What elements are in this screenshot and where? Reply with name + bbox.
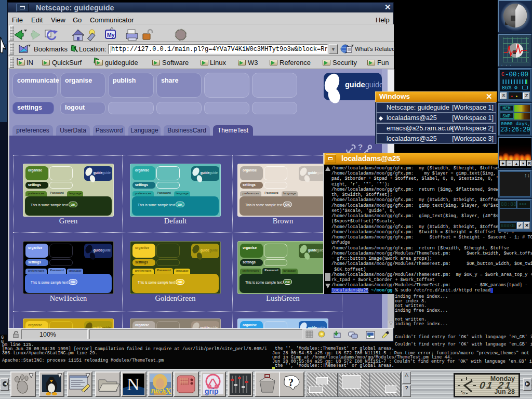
svg-text:X: X <box>165 386 172 396</box>
svg-text:?: ? <box>288 377 294 388</box>
svg-text:ol: ol <box>462 391 466 395</box>
svg-text:grip: grip <box>205 387 218 395</box>
svg-text:N: N <box>127 375 140 394</box>
svg-text:Bitch: Bitch <box>150 387 166 395</box>
svg-text:My: My <box>107 32 115 38</box>
